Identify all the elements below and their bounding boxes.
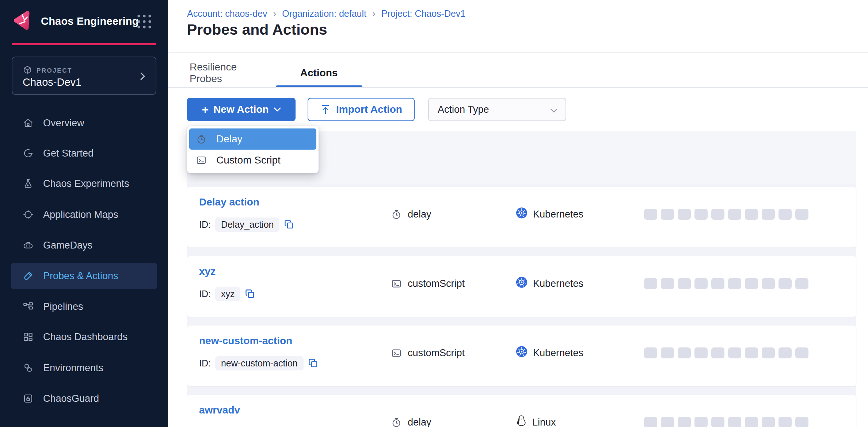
- execution-result-placeholder: [661, 278, 674, 289]
- chevron-right-icon: [138, 71, 147, 83]
- sidebar-item-chaosguard[interactable]: ChaosGuard: [11, 385, 157, 412]
- actions-table-body: Delay action ID: Delay_action delay: [187, 184, 856, 427]
- action-name-link[interactable]: new-custom-action: [199, 335, 292, 347]
- sidebar-item-label: Environments: [43, 362, 103, 374]
- execution-result-placeholder: [762, 278, 775, 289]
- kubernetes-icon: [516, 346, 528, 360]
- execution-result-placeholder: [778, 278, 792, 289]
- execution-result-placeholder: [795, 209, 808, 220]
- tab-bar-border: [168, 87, 868, 88]
- execution-result-placeholder: [661, 347, 674, 358]
- execution-result-placeholder: [644, 209, 657, 220]
- action-type-value: customScript: [408, 278, 465, 289]
- action-id-value: new-custom-action: [215, 356, 304, 370]
- execution-result-placeholder: [778, 417, 792, 427]
- action-type-value: customScript: [408, 347, 465, 359]
- action-id-value: Delay_action: [215, 218, 280, 232]
- pipeline-icon: [23, 301, 34, 312]
- execution-result-placeholder: [661, 417, 674, 427]
- copy-icon[interactable]: [284, 219, 294, 230]
- table-row: Delay action ID: Delay_action delay: [187, 187, 856, 247]
- execution-result-placeholder: [728, 417, 741, 427]
- stopwatch-icon: [391, 417, 402, 427]
- infrastructure-value: Kubernetes: [533, 347, 583, 359]
- breadcrumb-account[interactable]: Account: chaos-dev: [187, 8, 267, 19]
- sidebar-item-chaos-experiments[interactable]: Chaos Experiments: [11, 170, 157, 197]
- action-type-filter-value: Action Type: [438, 104, 489, 115]
- sidebar-item-probes-actions[interactable]: Probes & Actions: [11, 263, 157, 289]
- sidebar-item-gamedays[interactable]: GameDays: [11, 232, 157, 258]
- id-label: ID:: [199, 289, 211, 299]
- chevron-down-icon: [274, 107, 281, 112]
- sidebar-item-pipelines[interactable]: Pipelines: [11, 293, 157, 320]
- execution-result-placeholder: [694, 209, 708, 220]
- sidebar: Chaos Engineering PROJECT Chaos-Dev1: [0, 0, 168, 427]
- execution-result-placeholder: [678, 417, 691, 427]
- execution-results-placeholders: [644, 347, 808, 358]
- execution-result-placeholder: [795, 278, 808, 289]
- action-name-link[interactable]: xyz: [199, 266, 216, 277]
- sidebar-item-label: Probes & Actions: [43, 270, 118, 282]
- execution-result-placeholder: [762, 417, 775, 427]
- tab-resilience-probes[interactable]: Resilience Probes: [190, 61, 269, 85]
- sidebar-item-label: Get Started: [43, 148, 94, 159]
- flask-icon: [23, 178, 34, 189]
- brand-accent-divider: [12, 43, 156, 45]
- import-icon: [320, 104, 331, 115]
- sidebar-item-application-maps[interactable]: Application Maps: [11, 201, 157, 228]
- execution-result-placeholder: [694, 417, 708, 427]
- plus-icon: +: [202, 104, 209, 115]
- execution-result-placeholder: [644, 417, 657, 427]
- sidebar-item-label: Pipelines: [43, 301, 83, 312]
- breadcrumb-organization[interactable]: Organization: default: [282, 8, 366, 19]
- project-name: Chaos-Dev1: [23, 76, 81, 88]
- copy-icon[interactable]: [245, 289, 255, 299]
- infrastructure-value: Kubernetes: [533, 209, 583, 220]
- execution-result-placeholder: [711, 347, 724, 358]
- execution-result-placeholder: [678, 209, 691, 220]
- infrastructure-value: Kubernetes: [533, 278, 583, 289]
- chevron-down-icon: [550, 108, 557, 115]
- execution-result-placeholder: [661, 209, 674, 220]
- action-name-link[interactable]: Delay action: [199, 196, 259, 208]
- breadcrumb-separator: ›: [372, 8, 376, 19]
- sidebar-item-label: GameDays: [43, 240, 92, 251]
- sidebar-item-label: Chaos Dashboards: [43, 331, 127, 343]
- kubernetes-icon: [516, 207, 528, 222]
- get-started-icon: [23, 148, 34, 159]
- execution-result-placeholder: [678, 278, 691, 289]
- sidebar-item-environments[interactable]: Environments: [11, 355, 157, 381]
- execution-result-placeholder: [711, 417, 724, 427]
- execution-result-placeholder: [678, 347, 691, 358]
- terminal-icon: [196, 155, 207, 166]
- app-title: Chaos Engineering: [41, 15, 139, 27]
- sidebar-item-label: Overview: [43, 118, 84, 129]
- menu-item-delay[interactable]: Delay: [189, 128, 316, 150]
- sidebar-item-chaos-dashboards[interactable]: Chaos Dashboards: [11, 324, 157, 350]
- main-content: Account: chaos-dev › Organization: defau…: [168, 0, 868, 427]
- table-row: xyz ID: xyz customScript: [187, 256, 856, 317]
- import-action-button[interactable]: Import Action: [308, 98, 415, 121]
- sidebar-item-overview[interactable]: Overview: [11, 110, 157, 136]
- probe-icon: [23, 270, 34, 281]
- copy-icon[interactable]: [308, 358, 318, 368]
- action-type-filter[interactable]: Action Type: [428, 98, 566, 121]
- menu-item-custom-script[interactable]: Custom Script: [189, 150, 316, 171]
- module-grid-icon[interactable]: [136, 13, 153, 31]
- action-name-link[interactable]: awrvadv: [199, 404, 240, 416]
- execution-results-placeholders: [644, 278, 808, 289]
- id-label: ID:: [199, 358, 211, 369]
- action-id-value: xyz: [215, 287, 241, 301]
- hexagons-icon: [23, 362, 34, 373]
- new-action-button[interactable]: + New Action: [187, 98, 296, 121]
- project-selector[interactable]: PROJECT Chaos-Dev1: [12, 57, 156, 95]
- execution-result-placeholder: [745, 278, 758, 289]
- tab-actions[interactable]: Actions: [283, 61, 355, 85]
- breadcrumb-project[interactable]: Project: Chaos-Dev1: [381, 8, 466, 19]
- sidebar-item-label: Chaos Experiments: [43, 178, 129, 189]
- cube-icon: [23, 65, 32, 76]
- execution-result-placeholder: [795, 417, 808, 427]
- new-action-dropdown-menu: Delay Custom Script: [187, 126, 319, 173]
- execution-result-placeholder: [711, 209, 724, 220]
- sidebar-item-get-started[interactable]: Get Started: [11, 140, 157, 166]
